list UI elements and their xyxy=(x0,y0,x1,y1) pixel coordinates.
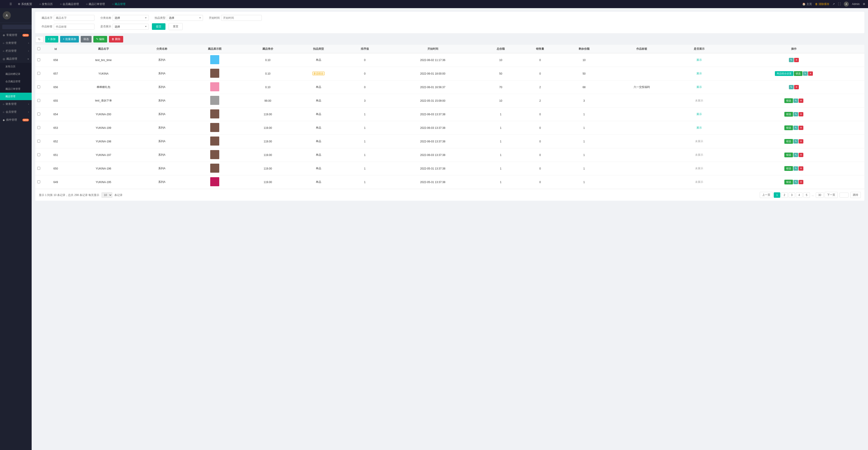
delete-row-button[interactable]: ✕ xyxy=(808,71,813,76)
table-header-row: Id 藏品名字 分类名称 藏品展示图 藏品售价 拍品类型 排序值 开始时间 总份… xyxy=(35,45,864,53)
cell-start-time: 2022-06-02 11:17:36 xyxy=(384,53,481,67)
row-checkbox[interactable] xyxy=(37,126,40,129)
cell-name: test_bro_time xyxy=(69,53,138,67)
edit-row-button[interactable]: ✎ xyxy=(803,71,808,76)
next-page-button[interactable]: 下一页 xyxy=(825,192,838,198)
filter-label-display: 是否展示 xyxy=(98,25,111,29)
edit-row-button[interactable]: ✎ xyxy=(794,153,798,157)
cell-actions: ✎✕ xyxy=(723,53,864,67)
row-checkbox[interactable] xyxy=(37,72,40,75)
row-checkbox[interactable] xyxy=(37,167,40,170)
nav-member-collectibles[interactable]: ○ 会员藏品管理 xyxy=(59,2,80,6)
extra-action-button[interactable]: 锁选 xyxy=(784,139,793,144)
select-all-checkbox[interactable] xyxy=(37,47,40,50)
edit-row-button[interactable]: ✎ xyxy=(789,58,794,62)
reset-button[interactable]: 重置 xyxy=(168,23,183,30)
page-button-4[interactable]: 4 xyxy=(796,192,802,198)
nav-collectible-management[interactable]: ○ 藏品管理 xyxy=(111,2,127,6)
row-checkbox[interactable] xyxy=(37,153,40,156)
page-button-3[interactable]: 3 xyxy=(789,192,795,198)
row-checkbox[interactable] xyxy=(37,58,40,61)
row-checkbox[interactable] xyxy=(37,112,40,116)
sidebar-item-column[interactable]: ○ 栏目管理 › xyxy=(0,47,32,55)
cell-sort: 0 xyxy=(345,81,384,94)
submit-button[interactable]: 提交 xyxy=(152,23,165,30)
nav-icon-1[interactable]: ↗ xyxy=(833,2,835,6)
filter-select-type[interactable]: 选择 单品 多品组合 xyxy=(167,15,203,21)
delete-row-button[interactable]: ✕ xyxy=(799,99,803,103)
nav-collectible-orders[interactable]: ○ 藏品订单管理 xyxy=(85,2,106,6)
row-checkbox[interactable] xyxy=(37,86,40,88)
menu-toggle-icon[interactable]: ☰ xyxy=(9,2,12,6)
edit-row-button[interactable]: ✎ xyxy=(789,85,794,89)
row-checkbox[interactable] xyxy=(37,180,40,183)
search-input[interactable] xyxy=(2,25,32,29)
delete-row-button[interactable]: ✕ xyxy=(799,139,803,143)
edit-button[interactable]: ✎ 编辑 xyxy=(93,36,107,42)
jump-button[interactable]: 跳转 xyxy=(850,192,861,198)
per-page-select[interactable]: 10 20 50 xyxy=(101,192,112,198)
row-checkbox[interactable] xyxy=(37,140,40,142)
filter-input-name[interactable] xyxy=(54,15,94,21)
row-checkbox[interactable] xyxy=(37,99,40,102)
filter-select-category[interactable]: 选择 系列A xyxy=(113,15,149,21)
add-button[interactable]: + 添加 xyxy=(45,36,58,42)
extra-action-button[interactable]: 商品组合设置 xyxy=(775,71,794,76)
nav-system-config[interactable]: ⚙ 系统配置 xyxy=(17,2,33,6)
delete-row-button[interactable]: ✕ xyxy=(794,58,799,62)
page-button-1[interactable]: 1 xyxy=(774,192,780,198)
edit-row-button[interactable]: ✎ xyxy=(794,112,798,117)
delete-row-button[interactable]: ✕ xyxy=(799,180,803,184)
sidebar-item-collectible[interactable]: ◎ 藏品管理 ∨ xyxy=(0,55,32,63)
sidebar-item-member-collectibles[interactable]: 会员藏品管理 xyxy=(0,78,32,85)
extra-action-button[interactable]: 锁选 xyxy=(794,71,802,76)
home-link[interactable]: 🏠 主页 xyxy=(802,2,812,6)
sidebar-item-collectible-orders[interactable]: 藏品订单管理 xyxy=(0,85,32,93)
delete-row-button[interactable]: ✕ xyxy=(799,166,803,171)
page-button-5[interactable]: 5 xyxy=(803,192,810,198)
extra-action-button[interactable]: 锁选 xyxy=(784,166,793,171)
edit-row-button[interactable]: ✎ xyxy=(794,126,798,130)
extra-action-button[interactable]: 锁选 xyxy=(784,125,793,130)
filter-label-name: 藏品名字 xyxy=(39,16,53,20)
nav-sale-calendar[interactable]: ○ 发售日历 xyxy=(38,2,54,6)
refresh-button[interactable]: ↻ xyxy=(35,36,43,42)
clear-cache-link[interactable]: 🗑 清除缓存 xyxy=(815,2,829,6)
sidebar-item-member[interactable]: ○ 会员管理 › xyxy=(0,108,32,116)
edit-row-button[interactable]: ✎ xyxy=(794,166,798,171)
edit-row-button[interactable]: ✎ xyxy=(794,99,798,103)
sidebar-item-general[interactable]: ⊕ 常规管理 NEW xyxy=(0,31,32,39)
sidebar-item-collectible-management[interactable]: 藏品管理 xyxy=(0,93,32,100)
prev-page-button[interactable]: 上一页 xyxy=(760,192,773,198)
delete-row-button[interactable]: ✕ xyxy=(794,85,799,89)
batch-add-button[interactable]: + 批量添加 xyxy=(60,36,79,42)
delete-row-button[interactable]: ✕ xyxy=(799,126,803,130)
sidebar-item-finance[interactable]: ○ 财务管理 › xyxy=(0,100,32,108)
sidebar-item-sale-calendar[interactable]: 发售日历 xyxy=(0,63,32,70)
extra-action-button[interactable]: 锁选 xyxy=(784,98,793,103)
page-button-30[interactable]: 30 xyxy=(816,192,824,198)
nav-icon-2[interactable]: ⛶ xyxy=(838,2,841,6)
delete-row-button[interactable]: ✕ xyxy=(799,153,803,157)
delete-row-button[interactable]: ✕ xyxy=(799,112,803,117)
extra-action-button[interactable]: 锁选 xyxy=(784,180,793,185)
extra-action-button[interactable]: 锁选 xyxy=(784,112,793,117)
filter-input-start-time[interactable] xyxy=(221,15,262,21)
edit-row-button[interactable]: ✎ xyxy=(794,180,798,184)
jump-input[interactable] xyxy=(839,193,848,197)
menu-icon: ○ xyxy=(3,41,4,45)
filter-select-display[interactable]: 选择 展示 未展示 xyxy=(113,24,149,30)
edit-row-button[interactable]: ✎ xyxy=(794,139,798,143)
sidebar-item-category[interactable]: ○ 分类管理 › xyxy=(0,39,32,47)
sidebar-item-transfer-records[interactable]: 藏品转赠记录 xyxy=(0,70,32,78)
chevron-icon: › xyxy=(28,103,29,105)
collectibles-table: Id 藏品名字 分类名称 藏品展示图 藏品售价 拍品类型 排序值 开始时间 总份… xyxy=(35,45,864,189)
cell-start-time: 2022-06-03 13:37:38 xyxy=(384,148,481,162)
sidebar-item-plugin[interactable]: ◆ 插件管理 NEW xyxy=(0,116,32,124)
extra-action-button[interactable]: 锁选 xyxy=(784,153,793,157)
select-button[interactable]: 筛选 xyxy=(81,36,92,42)
page-button-2[interactable]: 2 xyxy=(781,192,788,198)
filter-input-tag[interactable] xyxy=(54,24,94,30)
delete-button[interactable]: 🗑 删除 xyxy=(109,36,123,42)
settings-icon[interactable]: ⚙ xyxy=(863,2,865,6)
